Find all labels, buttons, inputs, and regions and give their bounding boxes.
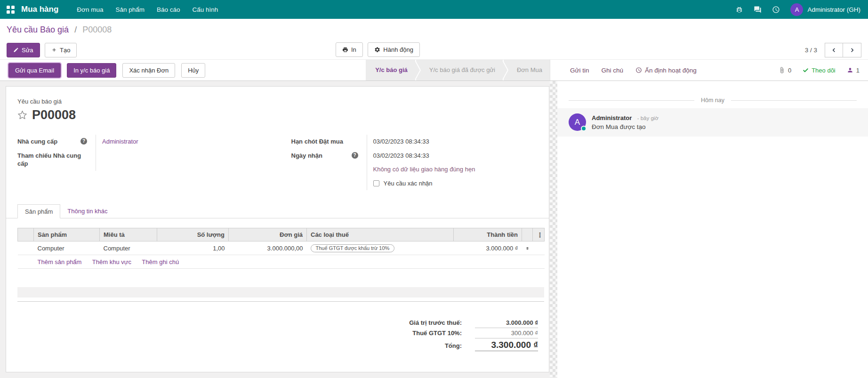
breadcrumb-parent-link[interactable]: Yêu cầu Báo giá <box>7 25 69 34</box>
form-sheet: Yêu cầu báo giá P00008 Nhà cung cấp ? <box>6 86 549 372</box>
print-button[interactable]: In <box>336 42 363 57</box>
message-body: Đơn Mua được tạo <box>592 123 659 130</box>
receipt-date-value[interactable]: 03/02/2023 08:34:33 <box>367 149 547 163</box>
notebook-tabs: Sản phẩm Thông tin khác <box>6 204 549 218</box>
breadcrumb-current: P00008 <box>82 25 112 34</box>
stage-purchase-order[interactable]: Đơn Mua <box>504 60 550 80</box>
message-timestamp: - bây giờ <box>637 115 659 121</box>
menu-reporting[interactable]: Báo cáo <box>157 6 180 13</box>
pencil-icon <box>13 47 19 53</box>
user-menu[interactable]: A Administrator (GH) <box>790 3 860 16</box>
top-navbar: Mua hàng Đơn mua Sản phẩm Báo cáo Cấu hì… <box>0 0 868 19</box>
delete-line-button[interactable] <box>526 245 529 251</box>
breadcrumb-separator: / <box>74 25 77 34</box>
followers-button[interactable]: 1 <box>847 67 860 74</box>
col-delete <box>522 228 533 241</box>
cell-product[interactable]: Computer <box>34 241 100 255</box>
tax-amount-value: 300.000 ₫ <box>475 330 538 338</box>
tax-badge: Thuế GTGT được khấu trừ 10% <box>311 244 395 252</box>
activities-clock-icon[interactable] <box>772 6 780 14</box>
following-button[interactable]: Theo dõi <box>803 67 836 74</box>
col-product[interactable]: Sản phẩm <box>34 228 100 241</box>
vendor-value-link[interactable]: Administrator <box>102 138 138 145</box>
schedule-clock-icon <box>635 67 642 73</box>
printer-icon <box>342 47 348 53</box>
col-quantity[interactable]: Số lượng <box>157 228 229 241</box>
on-time-delivery-note[interactable]: Không có dữ liệu giao hàng đúng hẹn <box>373 166 475 173</box>
debug-bug-icon[interactable] <box>735 6 743 14</box>
menu-configuration[interactable]: Cấu hình <box>193 6 218 13</box>
ask-confirmation-checkbox[interactable] <box>373 180 379 186</box>
pager-next-button[interactable] <box>843 43 861 57</box>
form-statusbar: Gửi qua Email In y/c báo giá Xác nhận Đơ… <box>0 60 550 80</box>
ask-confirmation-label: Yêu cầu xác nhận <box>384 179 433 188</box>
stage-rfq-sent[interactable]: Y/c báo giá đã được gửi <box>416 60 503 80</box>
log-note-button[interactable]: Ghi chú <box>602 67 624 74</box>
panel-resize-gutter <box>550 81 557 378</box>
order-deadline-value[interactable]: 03/02/2023 08:34:33 <box>367 135 547 149</box>
empty-table-rows <box>17 269 544 302</box>
online-presence-dot <box>581 126 587 131</box>
favorite-star-icon[interactable] <box>17 110 27 120</box>
order-totals: Giá trị trước thuế: 3.000.000 ₫ Thuế GTG… <box>336 318 538 351</box>
pager-buttons <box>825 43 861 57</box>
chatter-topbar: Gửi tin Ghi chú Ấn định hoạt động 0 Theo… <box>550 60 868 80</box>
pager-counter: 3 / 3 <box>805 47 817 54</box>
confirm-order-button[interactable]: Xác nhận Đơn <box>122 63 175 78</box>
create-button[interactable]: Tạo <box>45 43 77 57</box>
plus-icon <box>51 47 57 53</box>
receipt-date-help-icon: ? <box>352 152 358 159</box>
cell-description[interactable]: Computer <box>100 241 157 255</box>
form-view-area: Yêu cầu báo giá P00008 Nhà cung cấp ? <box>0 81 550 378</box>
print-action-buttons: In Hành động <box>336 42 420 57</box>
menu-orders[interactable]: Đơn mua <box>77 6 103 13</box>
tab-products[interactable]: Sản phẩm <box>17 204 60 218</box>
schedule-activity-button[interactable]: Ấn định hoạt động <box>635 67 697 74</box>
follower-count: 1 <box>856 67 860 74</box>
col-description[interactable]: Miêu tả <box>100 228 157 241</box>
row-gutter-header <box>18 228 34 241</box>
tax-amount-label: Thuế GTGT 10%: <box>412 330 462 337</box>
total-value: 3.300.000 ₫ <box>475 340 538 351</box>
apps-menu-icon[interactable] <box>7 6 15 14</box>
vendor-label: Nhà cung cấp ? <box>17 135 96 149</box>
print-rfq-button[interactable]: In y/c báo giá <box>67 63 116 78</box>
add-section-link[interactable]: Thêm khu vực <box>92 258 131 265</box>
date-divider: Hôm nay <box>569 97 857 104</box>
left-field-group: Nhà cung cấp ? Administrator Tham chiếu … <box>17 135 282 190</box>
cancel-button[interactable]: Hủy <box>181 63 205 78</box>
cell-taxes[interactable]: Thuế GTGT được khấu trừ 10% <box>307 241 454 255</box>
add-product-link[interactable]: Thêm sản phẩm <box>38 258 82 265</box>
cell-unit-price[interactable]: 3.000.000,00 <box>229 241 307 255</box>
chatter-message: A Administrator - bây giờ Đơn Mua được t… <box>557 108 868 137</box>
cell-quantity[interactable]: 1,00 <box>157 241 229 255</box>
edit-button[interactable]: Sửa <box>7 43 40 57</box>
col-unit-price[interactable]: Đơn giá <box>229 228 307 241</box>
pager-previous-button[interactable] <box>825 43 843 57</box>
chatter-panel: Hôm nay A Administrator - bây giờ Đơn Mu… <box>557 81 868 378</box>
attachments-button[interactable]: 0 <box>779 67 791 74</box>
attachment-count: 0 <box>788 67 791 74</box>
col-taxes[interactable]: Các loại thuế <box>307 228 454 241</box>
person-icon <box>847 67 853 73</box>
vendor-reference-value[interactable] <box>96 149 282 171</box>
send-message-button[interactable]: Gửi tin <box>570 67 589 74</box>
stage-rfq[interactable]: Y/c báo giá <box>366 60 415 80</box>
order-line-row[interactable]: Computer Computer 1,00 3.000.000,00 Thuế… <box>18 241 545 255</box>
add-note-link[interactable]: Thêm ghi chú <box>142 258 179 265</box>
message-author[interactable]: Administrator <box>592 114 632 121</box>
vendor-reference-label: Tham chiếu Nhà cung cấp <box>17 149 96 171</box>
menu-products[interactable]: Sản phẩm <box>115 6 145 13</box>
record-title: P00008 <box>32 108 76 122</box>
col-subtotal[interactable]: Thành tiền <box>454 228 522 241</box>
app-name[interactable]: Mua hàng <box>21 5 58 14</box>
optional-columns-icon[interactable]: ⋮ <box>533 228 545 241</box>
vendor-help-icon: ? <box>80 138 87 145</box>
tab-other-information[interactable]: Thông tin khác <box>60 204 114 218</box>
messages-icon[interactable] <box>754 6 762 14</box>
chevron-left-icon <box>831 48 836 53</box>
cell-subtotal: 3.000.000 ₫ <box>454 241 522 255</box>
send-by-email-button[interactable]: Gửi qua Email <box>8 63 61 78</box>
action-button[interactable]: Hành động <box>368 42 420 57</box>
gear-icon <box>374 47 380 53</box>
